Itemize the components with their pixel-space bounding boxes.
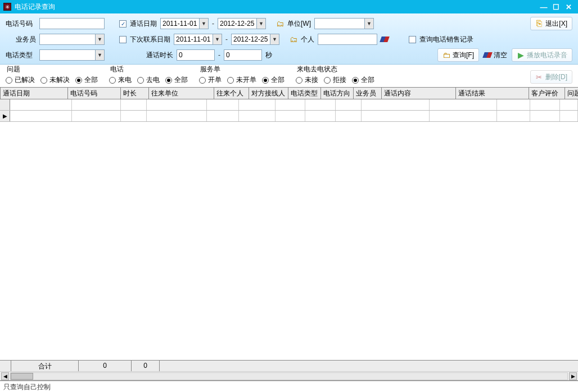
radio-icon xyxy=(352,77,359,84)
chevron-down-icon: ▼ xyxy=(213,34,222,44)
radio-option[interactable]: 未接 xyxy=(296,75,318,85)
radio-option[interactable]: 全部 xyxy=(352,75,374,85)
scroll-left-icon[interactable]: ◀ xyxy=(1,372,9,380)
column-header[interactable]: 往来单位 xyxy=(149,88,214,99)
duration-label: 通话时长 xyxy=(146,51,173,60)
group-service: 服务单 开单未开单全部 xyxy=(199,65,285,85)
cell xyxy=(497,111,530,121)
salesman-combo[interactable]: ▼ xyxy=(39,34,105,45)
clear-button[interactable]: 清空 xyxy=(484,51,507,60)
eraser-icon xyxy=(484,51,491,59)
next-contact-label: 下次联系日期 xyxy=(130,35,170,44)
cell xyxy=(336,99,362,110)
query-sales-checkbox[interactable] xyxy=(409,36,416,43)
horizontal-scrollbar[interactable]: ◀ ▶ xyxy=(0,371,578,380)
radio-option[interactable]: 开单 xyxy=(199,75,222,85)
radio-label: 来电 xyxy=(118,75,132,85)
radio-label: 开单 xyxy=(208,75,222,85)
phone-label: 电话号码 xyxy=(6,19,36,29)
column-header[interactable]: 对方接线人 xyxy=(249,88,288,99)
column-header[interactable]: 电话方向 xyxy=(321,88,354,99)
phone-input[interactable] xyxy=(39,18,105,29)
cell xyxy=(430,111,496,121)
close-button[interactable]: ✕ xyxy=(562,2,575,12)
minimize-button[interactable]: — xyxy=(538,2,550,12)
cell xyxy=(305,111,336,121)
radio-icon xyxy=(262,77,269,84)
column-header[interactable]: 业务员 xyxy=(354,88,382,99)
unit-combo[interactable]: ▼ xyxy=(314,18,374,29)
radio-option[interactable]: 全部 xyxy=(262,75,285,85)
filter-toolbar: 电话号码 ✓ 通话日期 2011-11-01▼ - 2012-12-25▼ 🗂 … xyxy=(0,13,578,65)
next-contact-from[interactable]: 2011-11-01▼ xyxy=(174,34,222,45)
column-header[interactable]: 电话类型 xyxy=(288,88,321,99)
column-header[interactable]: 通话内容 xyxy=(382,88,456,99)
cell xyxy=(560,99,578,110)
cell xyxy=(239,111,276,121)
group-status-title: 来电去电状态 xyxy=(296,65,374,74)
radio-group-row: 问题 已解决未解决全部 电话 来电去电全部 服务单 开单未开单全部 来电去电状态… xyxy=(0,65,578,87)
cell xyxy=(121,99,147,110)
titlebar: ✳ 电话记录查询 — ☐ ✕ xyxy=(0,0,578,13)
radio-option[interactable]: 未解决 xyxy=(40,75,70,85)
radio-option[interactable]: 全部 xyxy=(75,75,98,85)
radio-option[interactable]: 来电 xyxy=(109,75,132,85)
table-row[interactable]: ▶ xyxy=(0,111,578,122)
radio-label: 拒接 xyxy=(333,75,346,85)
phone-type-combo[interactable]: ▼ xyxy=(39,49,105,61)
column-header[interactable]: 时长 xyxy=(121,88,149,99)
radio-label: 已解决 xyxy=(15,75,35,85)
column-header[interactable]: 通话日期 xyxy=(1,88,68,99)
scroll-track[interactable] xyxy=(10,372,568,380)
scroll-right-icon[interactable]: ▶ xyxy=(569,372,577,380)
call-date-from[interactable]: 2011-11-01▼ xyxy=(160,18,209,29)
radio-option[interactable]: 已解决 xyxy=(6,75,35,85)
column-header[interactable]: 通话结果 xyxy=(456,88,529,99)
delete-icon: ✂ xyxy=(535,73,543,81)
exit-button[interactable]: ⎘ 退出[X] xyxy=(530,17,572,30)
radio-option[interactable]: 全部 xyxy=(165,75,188,85)
radio-label: 全部 xyxy=(84,75,98,85)
cell xyxy=(530,111,561,121)
call-date-label: 通话日期 xyxy=(130,19,157,29)
clear-label: 清空 xyxy=(494,51,507,60)
column-header[interactable]: 电话号码 xyxy=(68,88,121,99)
cell xyxy=(305,99,336,110)
chevron-down-icon: ▼ xyxy=(256,19,265,29)
app-icon: ✳ xyxy=(3,3,11,11)
row-selector[interactable] xyxy=(0,99,10,110)
footer-sum-2: 0 xyxy=(132,361,160,371)
column-header[interactable]: 客户评价 xyxy=(529,88,565,99)
group-call-title: 电话 xyxy=(109,65,188,74)
radio-label: 未解决 xyxy=(49,75,70,85)
eraser-icon[interactable] xyxy=(381,35,389,43)
query-button[interactable]: 🗀 查询[F] xyxy=(437,48,479,62)
delete-button[interactable]: ✂ 删除[D] xyxy=(530,70,572,84)
cell xyxy=(72,99,120,110)
call-date-checkbox[interactable]: ✓ xyxy=(119,20,127,28)
next-contact-to[interactable]: 2012-12-25▼ xyxy=(231,34,279,45)
radio-icon xyxy=(6,77,12,84)
cell xyxy=(147,111,206,121)
table-row[interactable] xyxy=(0,99,578,111)
call-date-to[interactable]: 2012-12-25▼ xyxy=(218,18,266,29)
row-selector[interactable]: ▶ xyxy=(0,111,10,121)
radio-option[interactable]: 拒接 xyxy=(324,75,346,85)
maximize-button[interactable]: ☐ xyxy=(550,2,562,12)
radio-option[interactable]: 去电 xyxy=(137,75,160,85)
scroll-thumb[interactable] xyxy=(11,373,33,380)
column-header[interactable]: 问题解决 xyxy=(565,88,578,99)
duration-to-input[interactable] xyxy=(224,49,262,61)
person-input[interactable] xyxy=(318,34,377,45)
cell xyxy=(530,99,561,110)
chevron-down-icon: ▼ xyxy=(364,19,373,29)
footer-label: 合计 xyxy=(11,361,79,371)
radio-option[interactable]: 未开单 xyxy=(227,75,256,85)
next-contact-checkbox[interactable] xyxy=(119,36,127,43)
radio-icon xyxy=(199,77,206,84)
column-header[interactable]: 往来个人 xyxy=(214,88,249,99)
duration-from-input[interactable] xyxy=(177,49,215,61)
play-record-button[interactable]: ▶ 播放电话录音 xyxy=(512,48,572,62)
chevron-down-icon: ▼ xyxy=(95,34,104,44)
radio-icon xyxy=(40,77,47,84)
